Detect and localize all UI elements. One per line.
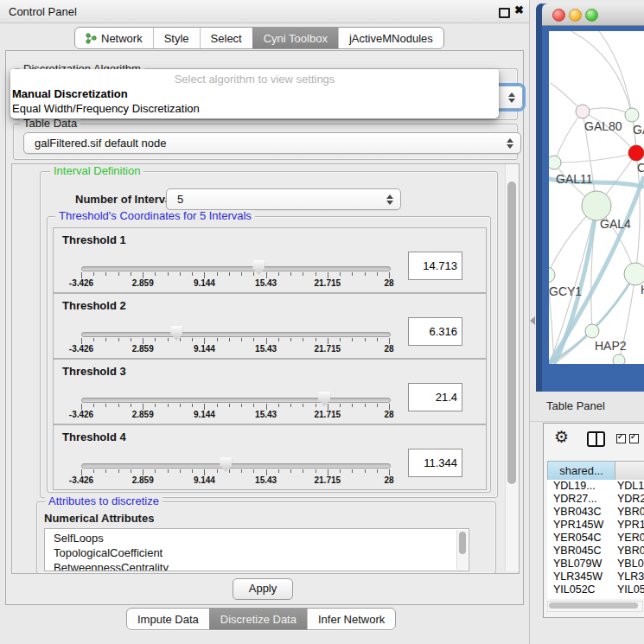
table-row[interactable]: YBL079WYBL07: [547, 558, 644, 571]
slider-tick: [180, 338, 181, 341]
slider-tick: [340, 404, 341, 407]
number-of-intervals-combobox[interactable]: 5: [166, 188, 401, 210]
table-data-combobox[interactable]: galFiltered.sif default node: [23, 132, 521, 154]
h-node-label: H: [641, 283, 644, 296]
threshold-panel-2: Threshold 2-3.4262.8599.14415.4321.71528…: [53, 293, 487, 359]
slider-tick: [81, 338, 82, 344]
apply-button[interactable]: Apply: [233, 578, 293, 600]
attribute-list-item[interactable]: BetweennessCentrality: [54, 561, 169, 571]
checkbox-icon[interactable]: [616, 434, 626, 443]
slider-tick: [303, 404, 303, 407]
slider-tick-label: 15.43: [255, 278, 277, 288]
close-icon[interactable]: ✖: [514, 3, 524, 16]
table-row[interactable]: YDL19...YDL19: [547, 480, 644, 493]
tab-cyni-toolbox[interactable]: Cyni Toolbox: [252, 28, 338, 48]
slider-tick: [278, 272, 279, 276]
slider-track[interactable]: [81, 398, 391, 403]
scrollbar-thumb[interactable]: [507, 182, 516, 484]
table-row[interactable]: YDR27...YDR27: [547, 493, 644, 506]
network-edge[interactable]: [554, 112, 583, 163]
checkbox-icon[interactable]: [629, 434, 639, 443]
slider-tick: [93, 272, 94, 276]
network-edge[interactable]: [571, 31, 632, 115]
gcy1-node[interactable]: [549, 267, 555, 283]
slider-tick-label: 28: [384, 344, 393, 354]
tab-style[interactable]: Style: [153, 28, 200, 48]
table-data-combo-value: galFiltered.sif default node: [35, 137, 166, 150]
tab-infer-network[interactable]: Infer Network: [307, 609, 395, 629]
column-header-shared-name[interactable]: shared...: [547, 461, 615, 481]
slider-tick: [316, 272, 316, 276]
slider-thumb[interactable]: [252, 260, 265, 275]
threshold-value-field[interactable]: 21.4: [408, 383, 462, 411]
algorithm-hint-item[interactable]: Select algorithm to view settings: [10, 73, 499, 86]
table-row[interactable]: YLR345WYLR34: [547, 571, 644, 583]
slider-track[interactable]: [81, 266, 391, 271]
slider-tick: [316, 338, 316, 341]
zoom-traffic-light-icon[interactable]: [585, 9, 598, 22]
network-canvas[interactable]: GAL80GACGAL11GAL4GCY1HHAP2: [549, 31, 644, 364]
tab-network[interactable]: Network: [75, 28, 153, 48]
slider-tick: [377, 338, 378, 341]
algorithm-option-manual[interactable]: Manual Discretization: [12, 87, 128, 100]
gal80-node[interactable]: [576, 105, 590, 118]
attribute-list-item[interactable]: TopologicalCoefficient: [54, 546, 163, 559]
slider-thumb[interactable]: [220, 457, 232, 472]
tab-impute-data[interactable]: Impute Data: [127, 609, 209, 629]
algorithm-option-equal-width[interactable]: Equal Width/Frequency Discretization: [12, 102, 200, 115]
gal11-node-label: GAL11: [556, 172, 593, 186]
table-row[interactable]: YBR045CYBR04: [547, 545, 644, 558]
slider-tick: [266, 338, 267, 344]
slider-tick: [328, 404, 328, 410]
threshold-value-field[interactable]: 14.713: [408, 252, 462, 280]
split-columns-icon[interactable]: [587, 431, 605, 447]
slider-track[interactable]: [81, 463, 391, 469]
column-header-name[interactable]: n: [615, 461, 644, 481]
attributes-list-scrollbar[interactable]: [456, 530, 468, 570]
splitter-collapse-icon[interactable]: [530, 316, 535, 325]
bottom-tab-bar: Impute Data Discretize Data Infer Networ…: [126, 608, 396, 630]
table-horizontal-scrollbar[interactable]: [547, 601, 643, 612]
slider-thumb[interactable]: [170, 326, 182, 341]
slider-thumb[interactable]: [318, 392, 330, 406]
slider-tick-label: 15.43: [255, 475, 277, 485]
red-node[interactable]: [628, 145, 644, 161]
table-row[interactable]: YBR043CYBR04: [547, 506, 644, 519]
slider-tick: [352, 404, 353, 407]
table-row[interactable]: YPR145WYPR14: [547, 519, 644, 532]
hap2-node[interactable]: [585, 324, 599, 338]
gal-node[interactable]: [625, 108, 639, 122]
attributes-group-title: Attributes to discretize: [45, 495, 163, 507]
shared-name-cell: YIL052C: [553, 583, 596, 596]
gal4-node[interactable]: [582, 191, 611, 220]
settings-scrollbar[interactable]: [505, 164, 519, 571]
slider-tick: [105, 404, 106, 407]
minimize-traffic-light-icon[interactable]: [569, 9, 582, 22]
shared-name-cell: YBR043C: [553, 506, 602, 518]
numerical-attributes-list[interactable]: SelfLoopsTopologicalCoefficientBetweenne…: [44, 528, 469, 571]
slider-tick: [389, 404, 390, 410]
threshold-value-field[interactable]: 6.316: [408, 317, 462, 346]
slider-tick: [377, 404, 378, 407]
bottom-node[interactable]: [613, 354, 625, 364]
scrollbar-thumb[interactable]: [459, 532, 466, 554]
name-cell: YIL05: [617, 583, 644, 596]
tab-select[interactable]: Select: [200, 28, 252, 48]
table-row[interactable]: YER054CYER05: [547, 532, 644, 545]
slider-track[interactable]: [81, 332, 391, 337]
tab-discretize-data[interactable]: Discretize Data: [209, 609, 307, 629]
attribute-list-item[interactable]: SelfLoops: [54, 532, 104, 545]
name-cell: YDR27: [617, 493, 644, 505]
slider-tick: [303, 469, 303, 473]
tab-jactivemnodules[interactable]: jActiveMNodules: [338, 28, 443, 48]
threshold-value-field[interactable]: 11.344: [408, 449, 462, 477]
table-row[interactable]: YIL052CYIL05: [547, 583, 644, 596]
gal11-node[interactable]: [549, 156, 561, 169]
network-edge[interactable]: [583, 108, 632, 115]
scrollbar-thumb[interactable]: [549, 603, 638, 609]
float-window-icon[interactable]: [499, 8, 510, 18]
network-edge[interactable]: [554, 153, 636, 163]
gal80-node-label: GAL80: [584, 119, 622, 133]
gear-icon[interactable]: ⚙: [554, 429, 569, 445]
close-traffic-light-icon[interactable]: [552, 9, 565, 22]
